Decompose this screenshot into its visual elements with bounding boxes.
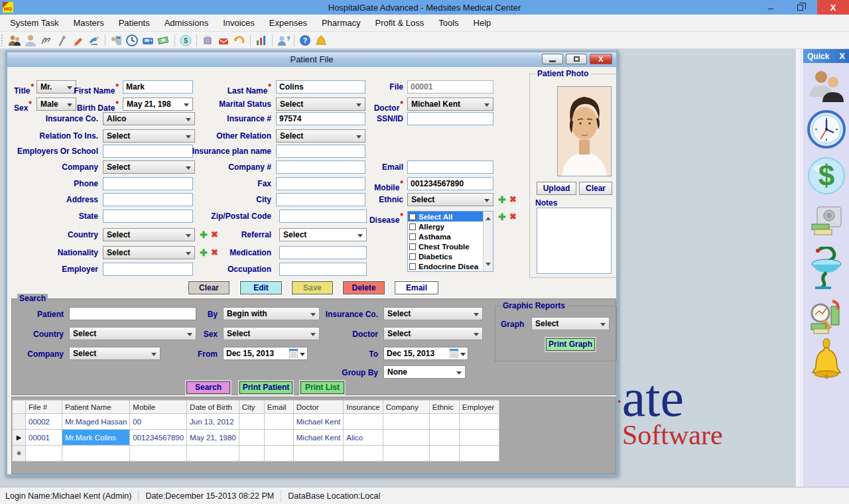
patient-icon[interactable]: [24, 34, 37, 47]
email-button[interactable]: Email: [395, 281, 438, 294]
search-group-by-select[interactable]: None: [383, 365, 466, 379]
medication-field[interactable]: [279, 246, 367, 259]
col-patient-name[interactable]: Patient Name: [62, 401, 130, 414]
ssn-field[interactable]: [407, 112, 493, 125]
dialog-close-button[interactable]: X: [590, 54, 612, 64]
reports-icon[interactable]: [809, 300, 844, 337]
cashbox-icon[interactable]: [809, 206, 844, 240]
menu-admissions[interactable]: Admissions: [157, 15, 216, 32]
signature-icon[interactable]: [40, 34, 53, 47]
clear-button[interactable]: Clear: [188, 281, 229, 294]
dialog-maximize-button[interactable]: [566, 54, 587, 64]
col-insurance[interactable]: Insurance: [344, 401, 383, 414]
disease-item[interactable]: Diabetics: [408, 251, 493, 261]
col-ethnic[interactable]: Ethnic: [429, 401, 459, 414]
state-field[interactable]: [103, 210, 193, 223]
menu-invoices[interactable]: Invoices: [216, 15, 262, 32]
search-from-date[interactable]: Dec 15, 2013: [223, 347, 308, 360]
cash-icon[interactable]: [157, 34, 170, 47]
search-patient-input[interactable]: [69, 307, 196, 320]
search-doctor-select[interactable]: Select: [383, 327, 483, 340]
doctor-select[interactable]: Michael Kent: [407, 97, 493, 111]
col-employer[interactable]: Employer: [459, 401, 499, 414]
billing-icon[interactable]: $: [807, 157, 846, 198]
ethnic-select[interactable]: Select: [407, 193, 493, 206]
company-select[interactable]: Select: [103, 160, 195, 174]
search-sex-select[interactable]: Select: [223, 327, 320, 340]
undo-icon[interactable]: [233, 34, 246, 47]
ethnic-delete-icon[interactable]: ✖: [509, 195, 519, 204]
table-new-row[interactable]: ✳: [13, 446, 499, 462]
patients-icon[interactable]: [808, 69, 845, 106]
minimize-button[interactable]: –: [756, 0, 785, 15]
other-relation-select[interactable]: Select: [276, 129, 365, 143]
first-name-field[interactable]: Mark: [123, 80, 193, 94]
col-dob[interactable]: Date of Birth: [187, 401, 239, 414]
menu-pharmacy[interactable]: Pharmacy: [314, 15, 368, 32]
col-email[interactable]: Email: [264, 401, 293, 414]
dental-chair-icon[interactable]: [88, 34, 101, 47]
menu-profit-loss[interactable]: Profit & Loss: [367, 15, 431, 32]
checkbox-icon[interactable]: [409, 214, 416, 220]
nationality-select[interactable]: Select: [103, 246, 195, 259]
insurance-co-select[interactable]: Alico: [103, 112, 195, 125]
pharmacy-icon[interactable]: [807, 247, 846, 293]
referral-select[interactable]: Select: [279, 228, 367, 241]
delete-button[interactable]: Delete: [343, 281, 385, 294]
address-field[interactable]: [103, 193, 193, 206]
reminder-bell-icon[interactable]: [810, 338, 843, 382]
restore-button[interactable]: [785, 0, 815, 15]
disease-item[interactable]: Chest Trouble: [408, 241, 493, 251]
disease-item-select-all[interactable]: Select All: [408, 212, 493, 221]
col-city[interactable]: City: [239, 401, 264, 414]
disease-item[interactable]: Endocrine Disea: [408, 261, 493, 271]
table-row-selected[interactable]: ▶ 00001Mr.Mark Colins001234567890 May 21…: [13, 430, 499, 446]
search-insurance-select[interactable]: Select: [383, 307, 483, 320]
bell-icon[interactable]: [314, 34, 328, 47]
edit-button[interactable]: Edit: [240, 281, 282, 294]
checkbox-icon[interactable]: [409, 253, 416, 260]
print-graph-button[interactable]: Print Graph: [546, 338, 595, 351]
search-to-date[interactable]: Dec 15, 2013: [383, 347, 468, 360]
fax-icon[interactable]: [141, 34, 155, 47]
print-list-button[interactable]: Print List: [300, 381, 344, 394]
search-country-select[interactable]: Select: [69, 327, 196, 340]
search-company-select[interactable]: Select: [69, 347, 161, 360]
dialog-minimize-button[interactable]: [542, 54, 563, 64]
sex-select[interactable]: Male: [36, 97, 76, 111]
menu-patients[interactable]: Patients: [111, 15, 157, 32]
patient-table[interactable]: File # Patient Name Mobile Date of Birth…: [12, 400, 499, 462]
user-help-icon[interactable]: ?: [277, 34, 290, 47]
clock-icon[interactable]: [807, 110, 846, 151]
occupation-field[interactable]: [279, 263, 367, 276]
insurance-plan-field[interactable]: [276, 145, 365, 158]
search-button[interactable]: Search: [186, 381, 230, 394]
patients-icon[interactable]: [8, 34, 21, 47]
upload-button[interactable]: Upload: [537, 182, 576, 195]
menu-expenses[interactable]: Expenses: [262, 15, 314, 32]
graph-select[interactable]: Select: [531, 317, 610, 330]
clock-icon[interactable]: [125, 34, 139, 47]
disease-scrollbar[interactable]: [483, 212, 493, 271]
menu-system-task[interactable]: System Task: [3, 15, 66, 32]
employers-or-school-field[interactable]: [103, 145, 193, 158]
search-by-select[interactable]: Begin with: [223, 307, 320, 320]
birth-date-select[interactable]: May 21, 198: [123, 97, 193, 111]
table-row[interactable]: 00002Mr.Maged Hassan00 Jun 13, 2012 Mich…: [13, 414, 499, 430]
email-field[interactable]: [407, 160, 493, 174]
col-mobile[interactable]: Mobile: [130, 401, 187, 414]
checkbox-icon[interactable]: [409, 233, 416, 240]
country-select[interactable]: Select: [103, 228, 195, 241]
chart-icon[interactable]: [255, 34, 268, 47]
clinic-icon[interactable]: [109, 34, 123, 47]
save-button[interactable]: Save: [292, 281, 333, 294]
marker-icon[interactable]: [72, 34, 85, 47]
menu-tools[interactable]: Tools: [431, 15, 466, 32]
checkbox-icon[interactable]: [409, 263, 416, 270]
help-icon[interactable]: ?: [298, 34, 312, 47]
disease-item[interactable]: Asthama: [408, 231, 493, 241]
close-button[interactable]: X: [817, 0, 849, 15]
print-patient-button[interactable]: Print Patient: [239, 381, 293, 394]
title-select[interactable]: Mr.: [36, 80, 76, 94]
photo-clear-button[interactable]: Clear: [579, 182, 612, 195]
